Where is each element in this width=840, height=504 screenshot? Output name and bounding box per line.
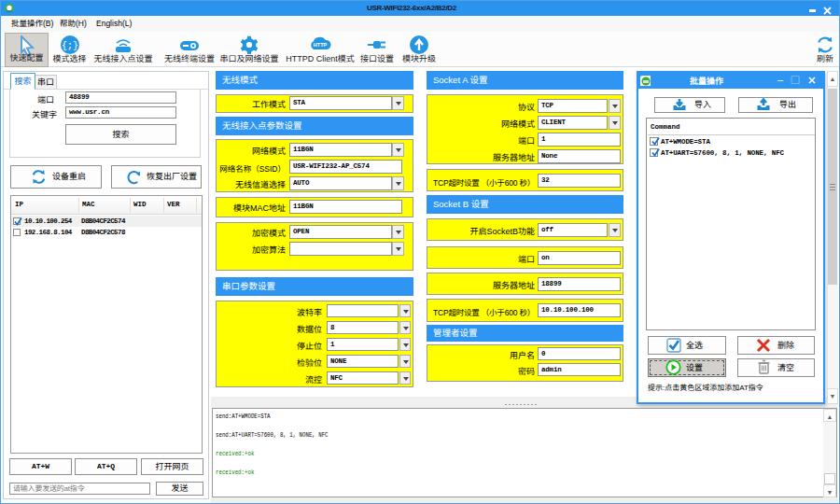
svg-text:HTTP: HTTP bbox=[314, 42, 328, 48]
svg-text:{;}: {;} bbox=[61, 41, 77, 51]
